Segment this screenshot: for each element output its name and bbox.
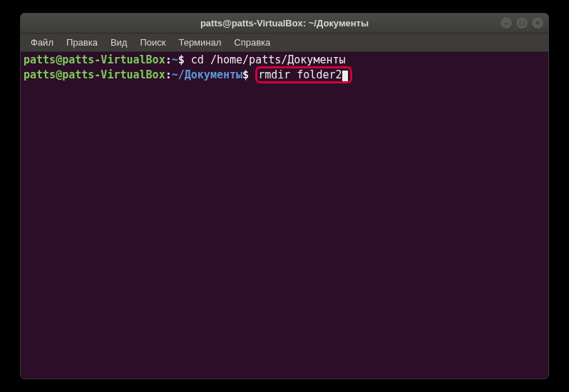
prompt-separator: : [165,53,172,66]
terminal-window: patts@patts-VirtualBox: ~/Документы – □ … [20,13,549,379]
minimize-button[interactable]: – [500,16,513,29]
menu-help[interactable]: Справка [228,35,276,50]
command-text: rmdir folder2 [249,68,352,81]
menubar: Файл Правка Вид Поиск Терминал Справка [21,33,548,52]
command-text: cd /home/patts/Документы [185,53,346,66]
menu-edit[interactable]: Правка [61,35,103,50]
prompt-user-host: patts@patts-VirtualBox [24,68,165,81]
prompt-user-host: patts@patts-VirtualBox [24,53,165,66]
prompt-symbol: $ [242,68,249,81]
window-controls: – □ × [500,16,544,29]
minimize-icon: – [504,19,508,27]
prompt-path: ~ [172,53,178,66]
maximize-button[interactable]: □ [516,16,528,29]
prompt-symbol: $ [178,53,185,66]
terminal-cursor [342,71,348,81]
close-button[interactable]: × [531,16,544,29]
terminal-body[interactable]: patts@patts-VirtualBox:~$ cd /home/patts… [21,52,548,378]
titlebar: patts@patts-VirtualBox: ~/Документы – □ … [21,14,548,33]
highlighted-command: rmdir folder2 [258,68,342,81]
menu-file[interactable]: Файл [25,35,59,50]
command-highlight: rmdir folder2 [255,66,352,83]
menu-terminal[interactable]: Терминал [173,35,227,50]
close-icon: × [535,19,540,27]
prompt-path: ~/Документы [172,68,242,81]
terminal-line: patts@patts-VirtualBox:~/Документы$ rmdi… [24,66,545,83]
maximize-icon: □ [520,19,525,27]
menu-view[interactable]: Вид [105,35,133,50]
menu-search[interactable]: Поиск [134,35,171,50]
terminal-line: patts@patts-VirtualBox:~$ cd /home/patts… [24,53,545,66]
window-title: patts@patts-VirtualBox: ~/Документы [200,18,369,29]
prompt-separator: : [165,68,172,81]
